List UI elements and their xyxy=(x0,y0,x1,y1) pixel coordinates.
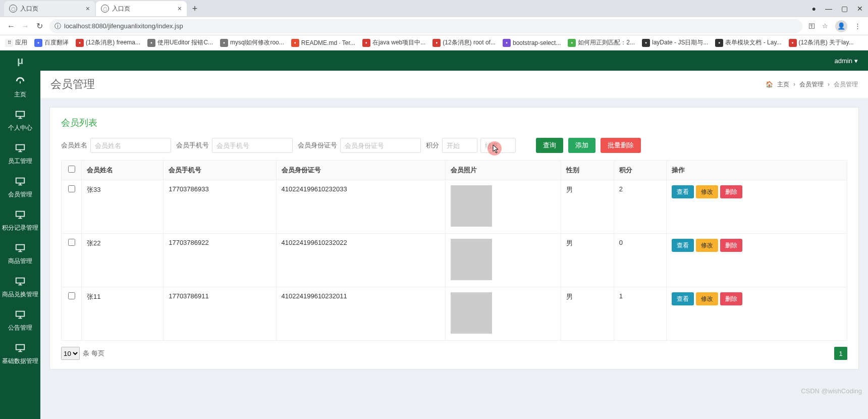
row-checkbox[interactable] xyxy=(68,292,75,299)
tab-title: 入口页 xyxy=(20,5,38,13)
logo[interactable]: μ xyxy=(0,50,40,71)
table-row: 张2217703786922410224199610232022男0查看修改删除 xyxy=(62,234,847,287)
browser-tab[interactable]: ◌ 入口页 × xyxy=(4,1,95,16)
row-checkbox[interactable] xyxy=(68,185,75,192)
close-icon[interactable]: × xyxy=(86,5,90,13)
back-icon[interactable]: ← xyxy=(4,22,18,31)
minimize-icon[interactable]: — xyxy=(825,5,832,13)
maximize-icon[interactable]: ▢ xyxy=(841,5,848,13)
dashboard-icon xyxy=(15,76,26,88)
sidebar-item-label: 商品兑换管理 xyxy=(2,290,38,299)
bookmark-item[interactable]: ▪在java web项目中... xyxy=(362,38,425,47)
sidebar-item-basedata[interactable]: 基础数据管理 xyxy=(0,337,40,371)
bookmark-icon: ▪ xyxy=(432,39,441,47)
bookmark-label: 在java web项目中... xyxy=(372,38,425,47)
edit-button[interactable]: 修改 xyxy=(696,292,718,305)
browser-tab[interactable]: ◌ 入口页 × xyxy=(96,1,187,16)
content-area: 会员列表 会员姓名 会员手机号 会员身份证号 积分 xyxy=(40,98,868,419)
breadcrumb-item[interactable]: 会员管理 xyxy=(799,80,824,89)
delete-button[interactable]: 删除 xyxy=(720,185,742,198)
member-photo xyxy=(451,292,492,334)
bookmark-item[interactable]: ▪(12条消息) 关于lay... xyxy=(789,38,854,47)
info-icon: ⓘ xyxy=(55,22,61,31)
monitor-icon xyxy=(15,142,26,155)
bookmark-item[interactable]: ▪(12条消息) root of... xyxy=(432,38,496,47)
filter-label-phone: 会员手机号 xyxy=(176,141,209,150)
sidebar-item-home[interactable]: 主页 xyxy=(0,71,40,104)
sidebar-item-notice[interactable]: 公告管理 xyxy=(0,304,40,337)
sidebar-item-points[interactable]: 积分记录管理 xyxy=(0,204,40,237)
sidebar-item-staff[interactable]: 员工管理 xyxy=(0,137,40,171)
page-number[interactable]: 1 xyxy=(834,347,847,360)
breadcrumb-item[interactable]: 主页 xyxy=(777,80,789,89)
key-icon[interactable]: ⚿ xyxy=(808,22,815,30)
cell-photo xyxy=(446,234,561,287)
user-menu[interactable]: admin▾ xyxy=(835,57,858,65)
table-row: 张1117703786911410224199610232011男1查看修改删除 xyxy=(62,287,847,341)
tab-title: 入口页 xyxy=(112,5,130,13)
bookmark-item[interactable]: ▪如何用正则匹配：2... xyxy=(568,38,635,47)
col-photo: 会员照片 xyxy=(446,161,561,180)
kebab-icon[interactable]: ⋮ xyxy=(854,22,861,30)
bookmark-item[interactable]: ▪表单模块文档 - Lay... xyxy=(715,38,781,47)
delete-button[interactable]: 删除 xyxy=(720,239,742,252)
bookmark-item[interactable]: ▪bootstrap-select... xyxy=(503,39,561,47)
view-button[interactable]: 查看 xyxy=(672,185,694,198)
name-input[interactable] xyxy=(90,138,171,153)
idcard-input[interactable] xyxy=(340,138,421,153)
search-button[interactable]: 查询 xyxy=(536,138,563,153)
star-icon[interactable]: ☆ xyxy=(822,22,828,30)
bookmark-item[interactable]: ▪mysql如何修改roo... xyxy=(220,38,284,47)
sidebar-item-personal[interactable]: 个人中心 xyxy=(0,104,40,137)
bookmark-icon: ▪ xyxy=(789,39,797,47)
cell-points: 0 xyxy=(614,234,666,287)
cell-ops: 查看修改删除 xyxy=(667,180,847,234)
edit-button[interactable]: 修改 xyxy=(696,239,718,252)
bookmark-icon: ▪ xyxy=(362,39,370,47)
cell-photo xyxy=(446,180,561,234)
bookmark-item[interactable]: ▪(12条消息) freema... xyxy=(76,38,140,47)
sidebar-item-exchange[interactable]: 商品兑换管理 xyxy=(0,271,40,304)
points-end-input[interactable] xyxy=(480,138,516,153)
phone-input[interactable] xyxy=(212,138,293,153)
filter-label-name: 会员姓名 xyxy=(61,141,87,150)
page-size-select[interactable]: 10 xyxy=(61,347,80,360)
browser-chrome: ◌ 入口页 × ◌ 入口页 × + ● — ▢ ✕ ← → ↻ ⓘ localh… xyxy=(0,0,868,50)
delete-button[interactable]: 删除 xyxy=(720,292,742,305)
close-window-icon[interactable]: ✕ xyxy=(857,5,863,13)
sidebar-item-goods[interactable]: 商品管理 xyxy=(0,237,40,271)
apps-icon[interactable]: ⠿应用 xyxy=(5,38,27,47)
monitor-icon xyxy=(15,242,26,255)
member-table: 会员姓名 会员手机号 会员身份证号 会员照片 性别 积分 操作 张3317703… xyxy=(61,160,847,341)
add-button[interactable]: 添加 xyxy=(568,138,595,153)
view-button[interactable]: 查看 xyxy=(672,292,694,305)
globe-icon: ◌ xyxy=(9,5,17,13)
sidebar-item-label: 公告管理 xyxy=(8,324,32,332)
points-start-input[interactable] xyxy=(442,138,477,153)
bookmark-item[interactable]: ▪layDate - JS日期与... xyxy=(642,38,708,47)
reload-icon[interactable]: ↻ xyxy=(32,21,46,31)
close-icon[interactable]: × xyxy=(178,5,182,13)
row-checkbox[interactable] xyxy=(68,239,75,246)
monitor-icon xyxy=(15,209,26,222)
profile-avatar[interactable]: 👤 xyxy=(835,20,847,32)
sidebar: μ 主页个人中心员工管理会员管理积分记录管理商品管理商品兑换管理公告管理基础数据… xyxy=(0,50,40,419)
account-dot-icon[interactable]: ● xyxy=(812,5,816,13)
select-all-checkbox[interactable] xyxy=(68,166,75,173)
cell-idcard: 410224199610232022 xyxy=(276,234,446,287)
new-tab-button[interactable]: + xyxy=(188,2,202,16)
bookmark-icon: ▪ xyxy=(291,39,299,47)
sidebar-item-member[interactable]: 会员管理 xyxy=(0,171,40,204)
cell-photo xyxy=(446,287,561,341)
bookmark-item[interactable]: ▪使用UEditor 报错C... xyxy=(147,38,213,47)
forward-icon[interactable]: → xyxy=(18,22,32,31)
batch-delete-button[interactable]: 批量删除 xyxy=(601,138,641,153)
bookmark-item[interactable]: ▪README.md · Ter... xyxy=(291,39,355,47)
address-bar[interactable]: ⓘ localhost:8080/jifenguanlixitong/index… xyxy=(49,19,802,33)
bookmark-item[interactable]: ▪百度翻译 xyxy=(34,38,69,47)
breadcrumb-item: 会员管理 xyxy=(834,80,858,89)
view-button[interactable]: 查看 xyxy=(672,239,694,252)
bookmark-label: (12条消息) 关于lay... xyxy=(799,38,854,47)
edit-button[interactable]: 修改 xyxy=(696,185,718,198)
address-row: ← → ↻ ⓘ localhost:8080/jifenguanlixitong… xyxy=(0,17,868,35)
